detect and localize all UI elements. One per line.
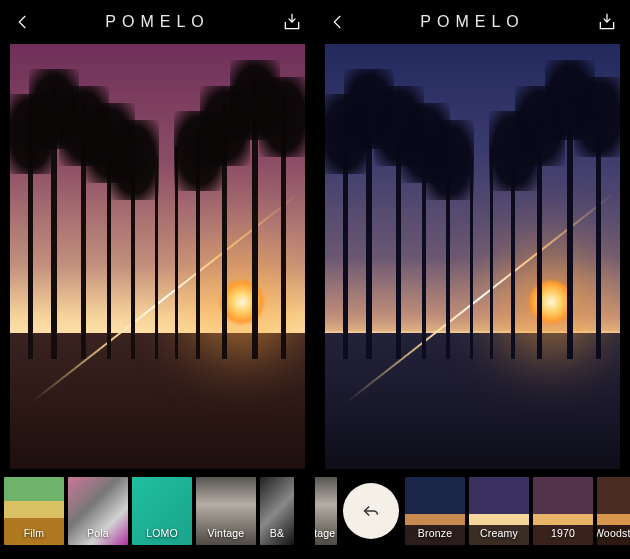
save-icon[interactable] [596,11,618,33]
back-icon[interactable] [327,11,349,33]
filter-preset-1970[interactable]: 1970 [533,477,593,545]
top-bar: POMELO [0,0,315,44]
filter-category-current[interactable]: Vintage [315,477,337,545]
filter-label: Film [24,527,45,545]
screen-left: POMELO Film Pola [0,0,315,559]
filter-preset-creamy[interactable]: Creamy [469,477,529,545]
filter-preset-strip[interactable]: Vintage Bronze Creamy 1970 Woodstoc [315,475,630,559]
filter-label: B& [270,527,284,545]
filter-label: Vintage [315,527,335,545]
back-icon[interactable] [12,11,34,33]
filter-category-vintage[interactable]: Vintage [196,477,256,545]
filter-category-bw[interactable]: B& [260,477,294,545]
filter-category-strip[interactable]: Film Pola LOMO Vintage B& [0,475,315,559]
app-title: POMELO [349,13,596,31]
filter-label: Pola [87,527,109,545]
screen-right: POMELO Vintage [315,0,630,559]
photo-preview[interactable] [10,44,305,469]
filter-category-pola[interactable]: Pola [68,477,128,545]
filter-preset-bronze[interactable]: Bronze [405,477,465,545]
filter-label: LOMO [146,527,178,545]
app-title: POMELO [34,13,281,31]
filter-category-film[interactable]: Film [4,477,64,545]
photo-preview[interactable] [325,44,620,469]
category-back-button[interactable] [343,483,399,539]
filter-preset-woodstock[interactable]: Woodstoc [597,477,630,545]
filter-label: Woodstoc [597,527,630,545]
filter-label: 1970 [551,527,575,545]
save-icon[interactable] [281,11,303,33]
filter-label: Bronze [418,527,452,545]
top-bar: POMELO [315,0,630,44]
filter-label: Vintage [208,527,245,545]
filter-label: Creamy [480,527,518,545]
filter-category-lomo[interactable]: LOMO [132,477,192,545]
